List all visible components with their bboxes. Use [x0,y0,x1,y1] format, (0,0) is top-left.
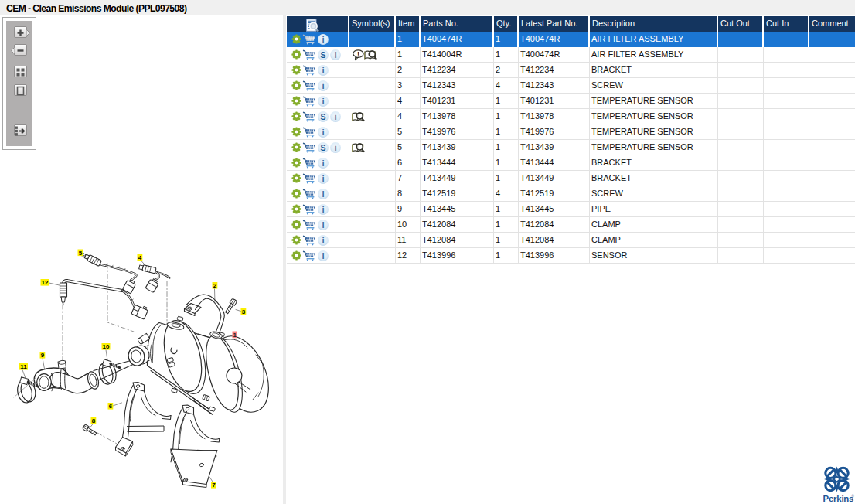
svg-text:8: 8 [92,417,96,424]
svg-text:9: 9 [41,352,45,359]
svg-text:3: 3 [242,308,246,315]
svg-text:®: ® [852,494,855,499]
svg-text:11: 11 [20,363,27,370]
svg-text:12: 12 [42,279,49,286]
svg-text:1: 1 [233,332,237,339]
svg-text:10: 10 [103,343,110,350]
svg-text:4: 4 [138,254,142,261]
svg-text:5: 5 [79,250,83,257]
svg-text:Perkins: Perkins [823,494,854,503]
svg-text:7: 7 [212,482,216,489]
svg-text:2: 2 [213,282,217,289]
svg-text:6: 6 [109,403,113,410]
